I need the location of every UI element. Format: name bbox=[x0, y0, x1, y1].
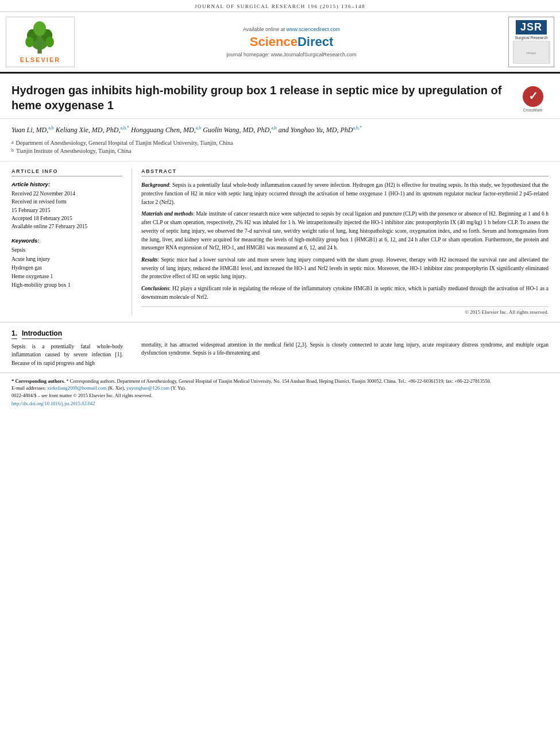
copyright-text: © 2015 Elsevier Inc. All rights reserved… bbox=[141, 306, 549, 315]
affiliation-b: b Tianjin Institute of Anesthesiology, T… bbox=[11, 147, 549, 155]
svg-text:✓: ✓ bbox=[528, 90, 538, 102]
received-date: Received 22 November 2014 bbox=[11, 190, 122, 198]
abstract-header: ABSTRACT bbox=[141, 168, 549, 176]
journal-header-bar: JOURNAL OF SURGICAL RESEARCH 196 (2015) … bbox=[0, 0, 560, 12]
article-title: Hydrogen gas inhibits high-mobility grou… bbox=[11, 83, 511, 113]
email2-link[interactable]: yuyonghao@126.com bbox=[126, 385, 169, 391]
journal-header-text: JOURNAL OF SURGICAL RESEARCH 196 (2015) … bbox=[195, 3, 365, 9]
sciencedirect-url-link[interactable]: www.sciencedirect.com bbox=[286, 26, 340, 32]
header-center: Available online at www.sciencedirect.co… bbox=[80, 17, 503, 67]
abstract-conclusions: Conclusions: H2 plays a significant role… bbox=[141, 284, 549, 301]
journal-homepage-link[interactable]: www.JournalofSurgicalResearch.com bbox=[271, 52, 357, 57]
keywords-label: Keywords: bbox=[11, 237, 122, 244]
sciencedirect-logo: ScienceDirect bbox=[250, 34, 334, 49]
intro-right-col: mortality, it has attracted widespread a… bbox=[132, 329, 549, 368]
revised-date: 15 February 2015 bbox=[11, 206, 122, 214]
elsevier-tree-icon bbox=[17, 21, 63, 55]
abstract-text: Background: Sepsis is a potentially fata… bbox=[141, 181, 549, 301]
intro-right-text: mortality, it has attracted widespread a… bbox=[141, 341, 549, 357]
svg-point-5 bbox=[25, 37, 34, 47]
corresponding-note: * Corresponding authors. * Corresponding… bbox=[11, 378, 549, 385]
available-online-text: Available online at www.sciencedirect.co… bbox=[243, 26, 340, 32]
keyword-hydrogen: Hydrogen gas bbox=[11, 264, 122, 272]
article-info-abstract-section: ARTICLE INFO Article history: Received 2… bbox=[0, 161, 560, 322]
history-label: Article history: bbox=[11, 181, 122, 187]
article-title-section: Hydrogen gas inhibits high-mobility grou… bbox=[0, 74, 560, 119]
abstract-background: Background: Sepsis is a potentially fata… bbox=[141, 181, 549, 206]
abstract-results: Results: Septic mice had a lower surviva… bbox=[141, 256, 549, 281]
introduction-section: 1. Introduction Sepsis is a potentially … bbox=[0, 322, 560, 372]
article-title-container: Hydrogen gas inhibits high-mobility grou… bbox=[11, 83, 511, 113]
doi-link[interactable]: http://dx.doi.org/10.1016/j.jss.2015.02.… bbox=[11, 401, 95, 406]
email1-link[interactable]: xiekeliang2009@hotmail.com bbox=[47, 385, 106, 391]
authors-line: Yuan Li, MD,a,b Keliang Xie, MD, PhD,a,b… bbox=[11, 125, 549, 136]
article-history: Article history: Received 22 November 20… bbox=[11, 181, 122, 230]
keyword-hmgb: High-mobility group box 1 bbox=[11, 281, 122, 290]
intro-title-text: Introduction bbox=[22, 329, 62, 339]
jsr-logo: JSR Surgical Research image bbox=[508, 17, 554, 67]
svg-point-6 bbox=[45, 37, 54, 47]
svg-point-4 bbox=[33, 21, 46, 36]
intro-section-num: 1. bbox=[11, 329, 17, 339]
article-info-header: ARTICLE INFO bbox=[11, 168, 122, 176]
jsr-badge-text: JSR bbox=[516, 20, 547, 34]
affiliation-a: a Department of Anesthesiology, General … bbox=[11, 139, 549, 147]
affiliations: a Department of Anesthesiology, General … bbox=[11, 139, 549, 155]
footer-notes: * Corresponding authors. * Corresponding… bbox=[0, 372, 560, 410]
elsevier-label: ELSEVIER bbox=[20, 56, 60, 63]
abstract-column: ABSTRACT Background: Sepsis is a potenti… bbox=[132, 168, 549, 314]
intro-left-text: Sepsis is a potentially fatal whole-body… bbox=[11, 343, 123, 368]
journal-homepage-text: journal homepage: www.JournalofSurgicalR… bbox=[226, 52, 356, 57]
crossmark-icon[interactable]: ✓ bbox=[522, 85, 544, 108]
intro-left-col: 1. Introduction Sepsis is a potentially … bbox=[11, 329, 132, 368]
revised-label: Received in revised form bbox=[11, 198, 122, 206]
keyword-heme: Heme oxygenase 1 bbox=[11, 272, 122, 281]
accepted-date: Accepted 18 February 2015 bbox=[11, 214, 122, 222]
publisher-header: ELSEVIER Available online at www.science… bbox=[0, 12, 560, 74]
authors-section: Yuan Li, MD,a,b Keliang Xie, MD, PhD,a,b… bbox=[0, 119, 560, 161]
abstract-methods: Materials and methods: Male institute of… bbox=[141, 210, 549, 252]
jsr-sublabel: Surgical Research bbox=[515, 36, 547, 40]
elsevier-logo: ELSEVIER bbox=[6, 17, 75, 67]
keyword-sepsis: Sepsis bbox=[11, 246, 122, 255]
jsr-image: image bbox=[513, 41, 550, 64]
keywords-section: Keywords: Sepsis Acute lung injury Hydro… bbox=[11, 237, 122, 290]
article-info-column: ARTICLE INFO Article history: Received 2… bbox=[11, 168, 132, 314]
crossmark-container: ✓ CrossMark bbox=[517, 85, 549, 112]
svg-text:image: image bbox=[526, 51, 536, 55]
keyword-ali: Acute lung injury bbox=[11, 255, 122, 264]
intro-section-title: 1. Introduction bbox=[11, 329, 123, 339]
license-text: 0022-4804/$ – see front matter © 2015 El… bbox=[11, 392, 549, 399]
crossmark-label: CrossMark bbox=[523, 108, 543, 112]
email-addresses: E-mail addresses: xiekeliang2009@hotmail… bbox=[11, 384, 549, 392]
available-date: Available online 27 February 2015 bbox=[11, 222, 122, 230]
